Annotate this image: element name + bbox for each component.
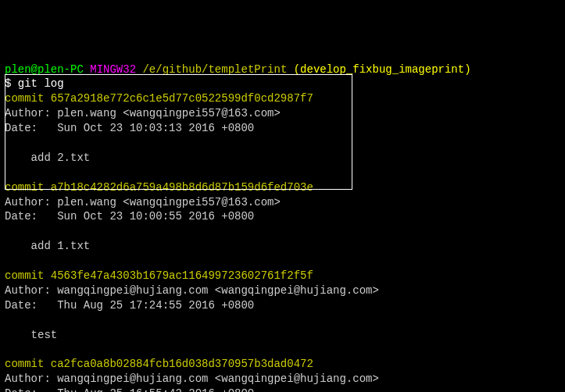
commit-hash: commit 657a2918e772c6c1e5d77c0522599df0c… — [5, 92, 313, 105]
commit-msg: test — [5, 329, 57, 341]
commit-date: Date: Thu Aug 25 17:24:55 2016 +0800 — [5, 299, 254, 312]
prompt-path: /e/github/templetPrint — [142, 63, 287, 76]
prompt-branch: (develop_fixbug_imageprint) — [294, 63, 471, 76]
commit-hash: commit ca2fca0a8b02884fcb16d038d370957b3… — [5, 358, 313, 370]
commit-date: Date: Thu Aug 25 16:55:42 2016 +0800 — [5, 387, 254, 392]
commit-author: Author: wangqingpei@hujiang.com <wangqin… — [5, 284, 379, 297]
commit-msg: add 2.txt — [5, 151, 90, 164]
prompt-dollar: $ — [5, 77, 18, 90]
commit-msg: add 1.txt — [5, 240, 90, 252]
commit-author: Author: plen.wang <wangqingpei557@163.co… — [5, 196, 281, 208]
commit-hash: commit 4563fe47a4303b1679ac1164997236027… — [5, 269, 313, 282]
commit-date: Date: Sun Oct 23 10:00:55 2016 +0800 — [5, 210, 254, 223]
prompt-user: plen@plen-PC — [5, 63, 84, 76]
commit-hash: commit a7b18c4282d6a759a498b8d6d87b159d6… — [5, 181, 313, 194]
terminal[interactable]: plen@plen-PC MINGW32 /e/github/templetPr… — [5, 62, 560, 392]
commit-date: Date: Sun Oct 23 10:03:13 2016 +0800 — [5, 122, 254, 134]
commit-author: Author: plen.wang <wangqingpei557@163.co… — [5, 107, 281, 119]
prompt-shell: MINGW32 — [90, 63, 136, 76]
command: git log — [18, 77, 64, 90]
commit-author: Author: wangqingpei@hujiang.com <wangqin… — [5, 372, 379, 385]
